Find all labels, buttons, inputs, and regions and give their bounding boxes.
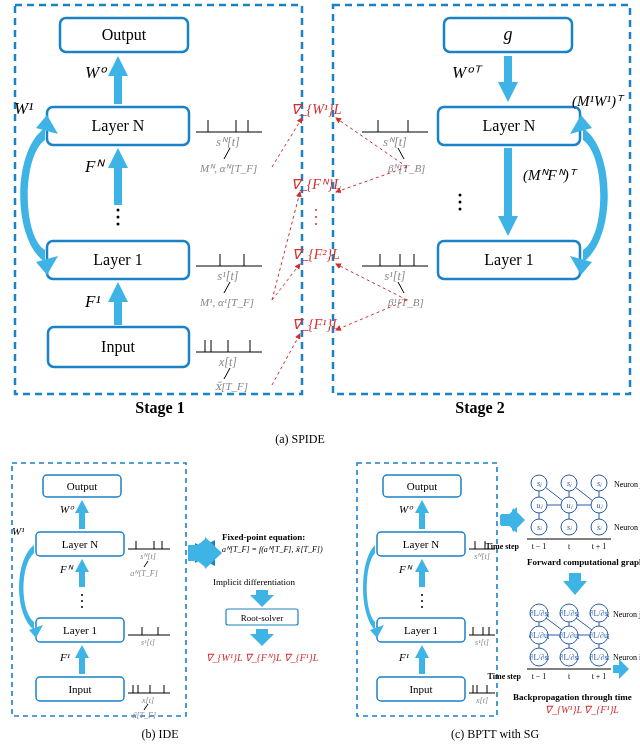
svg-point-146 <box>421 600 423 602</box>
svg-marker-167 <box>501 508 525 532</box>
svg-text:∂L/∂sᵢ: ∂L/∂sᵢ <box>529 653 548 662</box>
svg-point-91 <box>81 600 83 602</box>
svg-text:s¹[t]: s¹[t] <box>385 269 406 283</box>
svg-text:Mᴺ, αᴺ[T_F]: Mᴺ, αᴺ[T_F] <box>199 162 257 174</box>
svg-text:t + 1: t + 1 <box>592 542 607 551</box>
svg-text:∂L/∂uⱼ: ∂L/∂uⱼ <box>529 631 549 640</box>
svg-text:Layer N: Layer N <box>62 538 98 550</box>
svg-text:Output: Output <box>407 480 438 492</box>
svg-marker-13 <box>108 282 128 325</box>
figure: Output Layer N Layer 1 Input Wᵒ Fᴺ F¹ W¹… <box>0 0 640 746</box>
svg-text:(a) SPIDE: (a) SPIDE <box>275 432 325 446</box>
g-label: g <box>504 24 513 44</box>
layer1-label: Layer 1 <box>93 251 142 269</box>
svg-point-69 <box>315 209 317 211</box>
svg-marker-129 <box>250 629 274 646</box>
svg-text:Stage 1: Stage 1 <box>135 399 184 417</box>
svg-point-92 <box>81 606 83 608</box>
svg-point-50 <box>459 208 462 211</box>
svg-text:aᴺ[T_F]: aᴺ[T_F] <box>130 569 158 578</box>
svg-marker-46 <box>498 148 518 236</box>
svg-text:Layer N: Layer N <box>403 538 439 550</box>
svg-text:x̄[T_F]: x̄[T_F] <box>132 711 156 720</box>
svg-text:Fᴺ: Fᴺ <box>398 563 413 575</box>
svg-text:Input: Input <box>409 683 432 695</box>
svg-text:∂L/∂sᵢ: ∂L/∂sᵢ <box>559 653 578 662</box>
svg-text:∂L/∂uⱼ: ∂L/∂uⱼ <box>559 631 579 640</box>
svg-text:Wᵒ: Wᵒ <box>85 63 108 82</box>
svg-text:sᴺ[t]: sᴺ[t] <box>140 552 156 561</box>
svg-line-23 <box>224 148 230 159</box>
svg-text:∂L/∂uⱼ: ∂L/∂uⱼ <box>589 631 609 640</box>
svg-text:(b) IDE: (b) IDE <box>142 727 179 741</box>
svg-text:sᴺ[t]: sᴺ[t] <box>474 552 490 561</box>
svg-text:aᴺ[T_F] = f(aᴺ[T_F], x̄[T_F]): aᴺ[T_F] = f(aᴺ[T_F], x̄[T_F]) <box>222 545 323 554</box>
svg-marker-6 <box>108 56 128 104</box>
svg-marker-86 <box>75 500 89 529</box>
svg-text:t: t <box>568 542 571 551</box>
svg-text:(M¹W¹)ᵀ: (M¹W¹)ᵀ <box>572 93 625 110</box>
svg-text:∇_{F²}L: ∇_{F²}L <box>292 247 340 262</box>
svg-marker-8 <box>108 148 128 205</box>
svg-text:Wᵒᵀ: Wᵒᵀ <box>452 63 483 82</box>
svg-text:Backpropagation through time: Backpropagation through time <box>513 692 632 702</box>
svg-text:Time step: Time step <box>486 542 520 551</box>
svg-point-145 <box>421 594 423 596</box>
svg-text:∇_{W¹}L  ∇_{Fᴺ}L  ∇_{F¹}L: ∇_{W¹}L ∇_{Fᴺ}L ∇_{F¹}L <box>206 652 319 663</box>
svg-text:s¹[t]: s¹[t] <box>475 638 489 647</box>
svg-marker-148 <box>415 645 429 674</box>
spike-sN: sᴺ[t] Mᴺ, αᴺ[T_F] <box>196 120 262 174</box>
svg-text:t − 1: t − 1 <box>532 672 547 681</box>
svg-marker-122 <box>188 537 222 569</box>
svg-point-49 <box>459 201 462 204</box>
svg-line-231 <box>546 618 562 630</box>
svg-point-90 <box>81 594 83 596</box>
svg-marker-143 <box>415 559 429 587</box>
svg-text:Stage 2: Stage 2 <box>455 399 504 417</box>
svg-marker-204 <box>563 573 587 595</box>
svg-text:Neuron i: Neuron i <box>613 653 640 662</box>
svg-text:(MᴺFᴺ)ᵀ: (MᴺFᴺ)ᵀ <box>523 167 578 184</box>
svg-line-232 <box>576 618 592 630</box>
svg-text:t + 1: t + 1 <box>592 672 607 681</box>
svg-text:Neuron j: Neuron j <box>614 480 640 489</box>
spike-s1: s¹[t] M¹, α¹[T_F] <box>196 254 262 308</box>
svg-line-195 <box>575 487 593 501</box>
svg-text:F¹: F¹ <box>59 651 70 663</box>
svg-point-11 <box>117 216 120 219</box>
spike-x: x[t] x̄[T_F] <box>196 340 262 392</box>
svg-text:Neuron j: Neuron j <box>613 610 640 619</box>
svg-text:x[t]: x[t] <box>475 696 488 705</box>
svg-marker-93 <box>75 645 89 674</box>
svg-text:Implicit differentiation: Implicit differentiation <box>213 577 296 587</box>
svg-text:∇_{F¹}L: ∇_{F¹}L <box>292 317 340 332</box>
svg-text:Neuron i: Neuron i <box>614 523 640 532</box>
svg-marker-141 <box>415 500 429 529</box>
svg-text:W¹: W¹ <box>12 525 24 537</box>
svg-text:t − 1: t − 1 <box>532 542 547 551</box>
layerN-label: Layer N <box>92 117 145 135</box>
svg-line-29 <box>224 282 230 293</box>
svg-text:Layer N: Layer N <box>483 117 536 135</box>
svg-text:∂L/∂sⱼ: ∂L/∂sⱼ <box>529 609 548 618</box>
svg-text:∂L/∂sⱼ: ∂L/∂sⱼ <box>589 609 608 618</box>
svg-text:t: t <box>568 672 571 681</box>
svg-text:(c) BPTT with SG: (c) BPTT with SG <box>451 727 539 741</box>
svg-text:Layer 1: Layer 1 <box>63 624 97 636</box>
svg-text:M¹, α¹[T_F]: M¹, α¹[T_F] <box>199 296 254 308</box>
svg-line-58 <box>398 148 404 159</box>
svg-point-147 <box>421 606 423 608</box>
svg-rect-1 <box>333 5 630 394</box>
svg-marker-240 <box>613 659 629 679</box>
svg-point-10 <box>117 209 120 212</box>
svg-text:s¹[t]: s¹[t] <box>141 638 155 647</box>
svg-text:∇_{W¹}L: ∇_{W¹}L <box>291 102 342 117</box>
svg-point-70 <box>315 216 317 218</box>
svg-line-65 <box>398 282 404 293</box>
svg-text:Output: Output <box>67 480 98 492</box>
panel-c: Output Layer N Layer 1 Input Wᵒ Fᴺ F¹ sᴺ… <box>357 463 640 741</box>
svg-text:W¹: W¹ <box>14 99 33 118</box>
svg-text:Time step: Time step <box>488 672 522 681</box>
svg-text:Fᴺ: Fᴺ <box>84 157 106 176</box>
svg-marker-44 <box>498 56 518 102</box>
